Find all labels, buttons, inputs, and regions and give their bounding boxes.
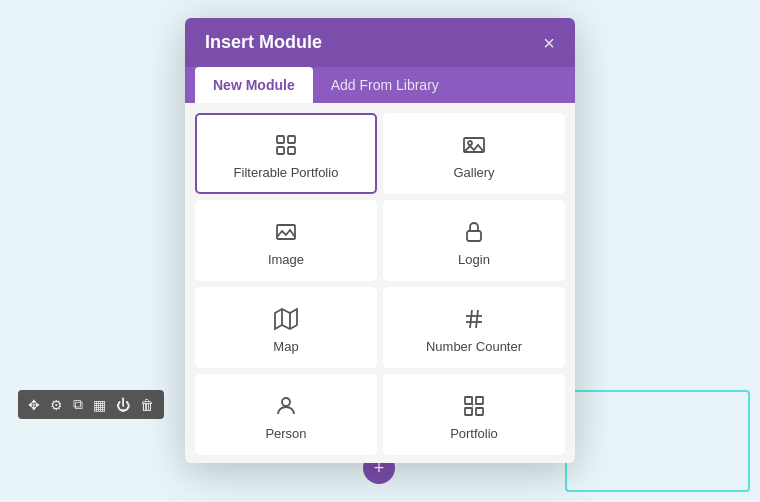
image-icon (274, 220, 298, 244)
svg-rect-23 (476, 408, 483, 415)
module-item-login[interactable]: Login (383, 200, 565, 281)
svg-rect-6 (277, 147, 284, 154)
svg-line-17 (470, 310, 472, 328)
person-icon (274, 394, 298, 418)
login-icon (462, 220, 486, 244)
module-label-gallery: Gallery (453, 165, 494, 180)
module-label-map: Map (273, 339, 298, 354)
svg-rect-22 (465, 408, 472, 415)
svg-rect-21 (476, 397, 483, 404)
svg-point-19 (282, 398, 290, 406)
tab-new-module[interactable]: New Module (195, 67, 313, 103)
module-label-portfolio: Portfolio (450, 426, 498, 441)
insert-module-modal: Insert Module × New Module Add From Libr… (185, 18, 575, 463)
module-item-image[interactable]: Image (195, 200, 377, 281)
module-item-number-counter[interactable]: Number Counter (383, 287, 565, 368)
filterable-portfolio-icon (274, 133, 298, 157)
svg-rect-11 (467, 231, 481, 241)
module-label-image: Image (268, 252, 304, 267)
module-label-login: Login (458, 252, 490, 267)
module-label-number-counter: Number Counter (426, 339, 522, 354)
module-label-person: Person (265, 426, 306, 441)
portfolio-icon (462, 394, 486, 418)
modal-header: Insert Module × (185, 18, 575, 67)
tab-add-from-library[interactable]: Add From Library (313, 67, 457, 103)
svg-marker-12 (275, 309, 297, 329)
module-item-gallery[interactable]: Gallery (383, 113, 565, 194)
module-item-filterable-portfolio[interactable]: Filterable Portfolio (195, 113, 377, 194)
gallery-icon (462, 133, 486, 157)
modal-overlay: Insert Module × New Module Add From Libr… (0, 0, 760, 502)
module-grid: Filterable Portfolio Gallery (195, 113, 565, 455)
module-list: Filterable Portfolio Gallery (185, 103, 575, 463)
svg-line-18 (476, 310, 478, 328)
svg-rect-5 (288, 136, 295, 143)
map-icon (274, 307, 298, 331)
module-item-portfolio[interactable]: Portfolio (383, 374, 565, 455)
modal-title: Insert Module (205, 32, 322, 53)
svg-rect-20 (465, 397, 472, 404)
svg-rect-7 (288, 147, 295, 154)
module-label-filterable-portfolio: Filterable Portfolio (234, 165, 339, 180)
modal-tabs: New Module Add From Library (185, 67, 575, 103)
modal-close-button[interactable]: × (543, 33, 555, 53)
module-item-map[interactable]: Map (195, 287, 377, 368)
svg-point-9 (468, 141, 472, 145)
svg-rect-4 (277, 136, 284, 143)
number-counter-icon (462, 307, 486, 331)
module-item-person[interactable]: Person (195, 374, 377, 455)
